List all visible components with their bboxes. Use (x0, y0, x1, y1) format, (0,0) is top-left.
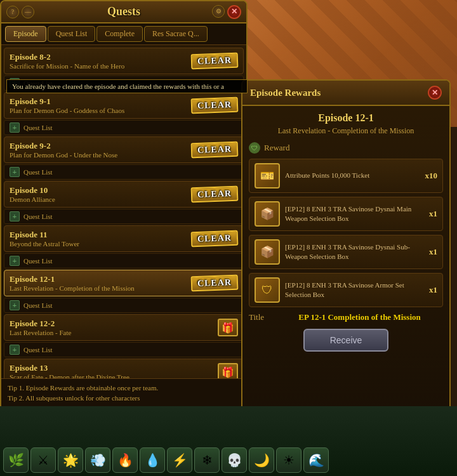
episode-item-9-1[interactable]: Episode 9-1 Plan for Demon God - Goddess… (4, 92, 244, 119)
reward-shield-icon: 🛡 (249, 142, 260, 154)
episode-item-9-2[interactable]: Episode 9-2 Plan for Demon God - Under t… (4, 136, 244, 163)
reward-item-icon-2: 📦 (255, 201, 280, 227)
panel-header: ? — Quests ⚙ ✕ (1, 1, 246, 23)
episode-list: Episode 8-2 Sacrifice for Mission - Name… (1, 45, 246, 378)
quest-list-row-11[interactable]: + Quest List (4, 253, 244, 268)
tip-1: Tip 1. Episode Rewards are obtainable on… (8, 383, 240, 393)
header-left-buttons: ? — (6, 6, 34, 18)
tab-complete[interactable]: Complete (96, 26, 143, 42)
reward-qty-4: x1 (429, 285, 437, 295)
hud-icon-8[interactable]: ❄ (194, 447, 220, 473)
episode-name: Episode 13 (10, 363, 218, 373)
plus-icon: + (10, 345, 20, 355)
hud-icon-1[interactable]: 🌿 (3, 447, 29, 473)
clear-badge: CLEAR (191, 230, 239, 248)
receive-button[interactable]: Receive (303, 329, 389, 352)
quests-panel: ? — Quests ⚙ ✕ Episode Quest List Comple… (0, 0, 248, 419)
rewards-panel: Episode Rewards ✕ Episode 12-1 Last Reve… (241, 79, 451, 416)
quest-list-row-9-1[interactable]: + Quest List (4, 120, 244, 135)
panel-title: Quests (107, 5, 140, 18)
reward-item-icon-4: 🛡 (255, 277, 280, 303)
episode-name: Episode 10 (10, 185, 191, 195)
reward-item-name-4: [EP12] 8 ENH 3 TRA Savinose Armor Set Se… (285, 281, 424, 300)
reward-qty-3: x1 (429, 247, 437, 257)
episode-item-13[interactable]: Episode 13 Scar of Fate - Demon after th… (4, 359, 244, 378)
hud-icon-6[interactable]: 💧 (140, 447, 165, 473)
episode-sub: Beyond the Astral Tower (10, 240, 191, 248)
episode-sub: Last Revelation - Fate (10, 329, 218, 336)
hud-icon-10[interactable]: 🌙 (249, 447, 274, 473)
chest-icon: 🎁 (218, 319, 238, 336)
quest-list-label: Quest List (23, 257, 53, 265)
hud-icon-5[interactable]: 🔥 (112, 447, 138, 473)
clear-badge: CLEAR (191, 142, 239, 159)
tab-episode[interactable]: Episode (5, 26, 46, 42)
rewards-episode-title: Episode 12-1 (249, 112, 443, 124)
reward-label-text: Reward (264, 143, 289, 153)
episode-sub: Plan for Demon God - Under the Nose (10, 151, 191, 159)
tab-res-sacrae[interactable]: Res Sacrae Q... (144, 26, 208, 42)
episode-sub: Demon Alliance (10, 195, 191, 203)
episode-item-8-2[interactable]: Episode 8-2 Sacrifice for Mission - Name… (4, 48, 244, 74)
hud-icon-12[interactable]: 🌊 (303, 447, 329, 473)
quest-list-label: Quest List (23, 213, 53, 220)
quest-list-row-12-2[interactable]: + Quest List (4, 342, 244, 357)
settings-button[interactable]: ⚙ (212, 5, 225, 18)
hud-icon-9[interactable]: 💀 (222, 447, 247, 473)
plus-icon: + (10, 211, 20, 221)
reward-qty-2: x1 (429, 209, 437, 219)
reward-row-3: 📦 [EP12] 8 ENH 3 TRA Savinose Dysnai Sub… (249, 235, 443, 269)
bottom-hud: 🌿 ⚔ 🌟 💨 🔥 💧 ⚡ ❄ 💀 🌙 ☀ 🌊 (0, 406, 457, 476)
rewards-close-button[interactable]: ✕ (428, 86, 442, 100)
tab-quest-list[interactable]: Quest List (48, 26, 96, 42)
episode-sub: Plan for Demon God - Goddess of Chaos (10, 107, 191, 114)
rewards-episode-sub: Last Revelation - Completion of the Miss… (249, 126, 443, 136)
episode-name: Episode 8-2 (10, 52, 191, 62)
reward-row-2: 📦 [EP12] 8 ENH 3 TRA Savinose Dysnai Mai… (249, 197, 443, 231)
episode-item-12-1[interactable]: Episode 12-1 Last Revelation - Completio… (4, 270, 244, 296)
plus-icon: + (10, 256, 20, 266)
clear-badge: CLEAR (191, 53, 239, 70)
tooltip-text: You already have cleared the episode and… (12, 83, 224, 90)
reward-item-icon-1: 🎫 (255, 163, 280, 188)
episode-item-12-2[interactable]: Episode 12-2 Last Revelation - Fate 🎁 (4, 314, 244, 341)
tooltip-banner: You already have cleared the episode and… (6, 79, 248, 93)
reward-qty-1: x10 (425, 171, 438, 181)
title-label: Title (249, 312, 271, 322)
episode-sub: Last Revelation - Completion of the Miss… (10, 284, 191, 292)
quest-list-label: Quest List (23, 168, 53, 176)
minimize-button[interactable]: — (22, 6, 34, 18)
rewards-header: Episode Rewards ✕ (242, 81, 449, 106)
reward-row-1: 🎫 Attribute Points 10,000 Ticket x10 (249, 159, 443, 193)
episode-sub: Scar of Fate - Demon after the Divine Tr… (10, 373, 218, 378)
episode-name: Episode 9-2 (10, 141, 191, 151)
reward-item-name-2: [EP12] 8 ENH 3 TRA Savinose Dysnai Main … (285, 204, 424, 224)
clear-badge: CLEAR (191, 97, 239, 114)
reward-item-icon-3: 📦 (255, 239, 280, 265)
quest-list-row-12-1[interactable]: + Quest List (4, 298, 244, 313)
quest-list-row-9-2[interactable]: + Quest List (4, 164, 244, 180)
hud-icon-11[interactable]: ☀ (276, 447, 301, 473)
episode-name: Episode 9-1 (10, 96, 191, 107)
episode-item-10[interactable]: Episode 10 Demon Alliance CLEAR (4, 181, 244, 208)
plus-icon: + (10, 122, 20, 133)
close-button[interactable]: ✕ (227, 5, 241, 19)
reward-label: 🛡 Reward (249, 142, 443, 154)
rewards-content: Episode 12-1 Last Revelation - Completio… (242, 106, 449, 414)
help-button[interactable]: ? (6, 6, 19, 18)
quest-list-label: Quest List (23, 346, 53, 354)
hud-icon-2[interactable]: ⚔ (30, 447, 56, 473)
plus-icon: + (10, 167, 20, 177)
rewards-title: Episode Rewards (250, 88, 321, 98)
quest-list-label: Quest List (23, 301, 53, 309)
header-right-buttons: ⚙ ✕ (212, 5, 241, 19)
quest-list-row-10[interactable]: + Quest List (4, 209, 244, 224)
hud-icon-7[interactable]: ⚡ (167, 447, 192, 473)
hud-icon-4[interactable]: 💨 (85, 447, 110, 473)
episode-name: Episode 12-2 (10, 319, 218, 329)
episode-item-11[interactable]: Episode 11 Beyond the Astral Tower CLEAR (4, 225, 244, 252)
clear-badge: CLEAR (191, 186, 239, 203)
tip-2: Tip 2. All subquests unlock for other ch… (8, 393, 240, 404)
clear-badge: CLEAR (191, 275, 239, 292)
hud-icon-3[interactable]: 🌟 (58, 447, 83, 473)
